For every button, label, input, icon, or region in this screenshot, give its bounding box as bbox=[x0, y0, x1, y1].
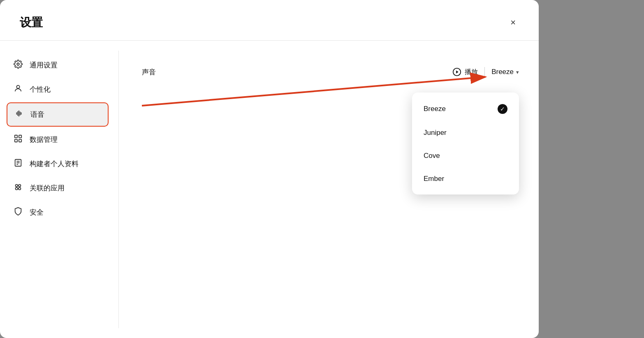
apps-icon bbox=[13, 183, 23, 194]
check-icon: ✓ bbox=[498, 104, 507, 114]
sidebar-item-label-builder: 构建者个人资料 bbox=[30, 159, 79, 169]
play-circle-icon bbox=[452, 67, 461, 76]
svg-point-0 bbox=[17, 63, 19, 65]
dropdown-item-juniper[interactable]: Juniper bbox=[412, 121, 519, 144]
sound-dropdown-menu: Breeze ✓ Juniper Cove E bbox=[412, 93, 519, 194]
svg-point-16 bbox=[19, 185, 21, 187]
dropdown-item-cove[interactable]: Cove bbox=[412, 144, 519, 167]
sidebar-item-voice[interactable]: 语音 bbox=[7, 102, 109, 127]
data-icon bbox=[13, 134, 23, 145]
sound-row: 声音 播放 Breeze bbox=[142, 60, 519, 83]
svg-rect-9 bbox=[19, 135, 21, 138]
sidebar-item-label-apps: 关联的应用 bbox=[30, 183, 65, 193]
svg-rect-8 bbox=[15, 139, 17, 142]
sidebar-item-personalization[interactable]: 个性化 bbox=[7, 78, 109, 101]
svg-marker-20 bbox=[456, 70, 459, 73]
sound-dropdown-trigger[interactable]: Breeze ▾ bbox=[491, 68, 519, 76]
sound-label: 声音 bbox=[142, 67, 156, 77]
dropdown-item-label-ember: Ember bbox=[424, 175, 444, 183]
svg-rect-10 bbox=[19, 139, 21, 142]
sidebar-item-data[interactable]: 数据管理 bbox=[7, 128, 109, 151]
dropdown-item-label-breeze: Breeze bbox=[424, 105, 446, 113]
sidebar-item-apps[interactable]: 关联的应用 bbox=[7, 177, 109, 199]
sidebar-item-label-voice: 语音 bbox=[30, 110, 44, 119]
modal-body: 通用设置 个性化 bbox=[0, 41, 539, 338]
sidebar-divider bbox=[118, 51, 119, 328]
play-label: 播放 bbox=[465, 68, 478, 76]
controls-separator bbox=[484, 67, 485, 77]
waveform-icon bbox=[14, 109, 24, 120]
settings-modal: 设置 × 通用设置 bbox=[0, 0, 539, 338]
dropdown-item-breeze[interactable]: Breeze ✓ bbox=[412, 97, 519, 121]
svg-point-18 bbox=[19, 188, 21, 190]
sidebar-item-label-personalization: 个性化 bbox=[30, 85, 51, 94]
chevron-down-icon: ▾ bbox=[516, 69, 519, 75]
content-area: 声音 播放 Breeze bbox=[122, 51, 539, 328]
sidebar-item-label-general: 通用设置 bbox=[30, 60, 58, 70]
shield-icon bbox=[13, 207, 23, 218]
dropdown-item-ember[interactable]: Ember bbox=[412, 167, 519, 190]
svg-point-15 bbox=[16, 185, 18, 187]
sidebar-item-builder[interactable]: 构建者个人资料 bbox=[7, 153, 109, 175]
sidebar-item-general[interactable]: 通用设置 bbox=[7, 54, 109, 76]
person-icon bbox=[13, 84, 23, 95]
dropdown-item-label-cove: Cove bbox=[424, 152, 440, 160]
dropdown-item-label-juniper: Juniper bbox=[424, 129, 447, 137]
svg-rect-7 bbox=[15, 135, 17, 138]
sidebar-item-security[interactable]: 安全 bbox=[7, 201, 109, 224]
sound-controls: 播放 Breeze ▾ Breeze bbox=[452, 67, 519, 77]
svg-point-17 bbox=[16, 188, 18, 190]
profile-icon bbox=[13, 158, 23, 169]
sidebar: 通用设置 个性化 bbox=[0, 51, 115, 328]
modal-title: 设置 bbox=[20, 15, 43, 30]
play-button[interactable]: 播放 bbox=[452, 67, 478, 76]
svg-point-1 bbox=[16, 86, 19, 88]
gear-icon bbox=[13, 60, 23, 71]
modal-header: 设置 × bbox=[0, 0, 539, 41]
sidebar-item-label-data: 数据管理 bbox=[30, 135, 58, 144]
selected-sound-label: Breeze bbox=[491, 68, 514, 76]
close-button[interactable]: × bbox=[507, 16, 519, 29]
sidebar-item-label-security: 安全 bbox=[30, 208, 44, 217]
